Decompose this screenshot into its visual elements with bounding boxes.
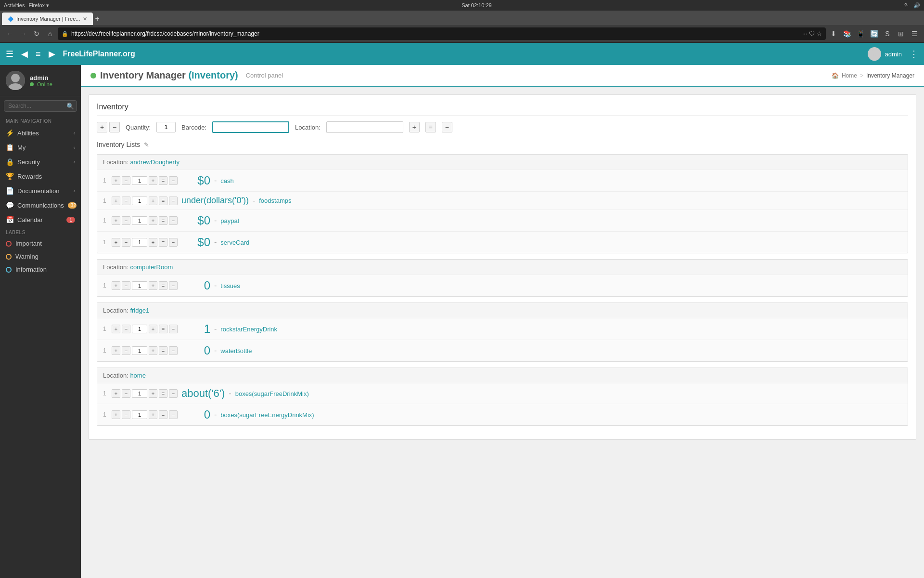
hamburger-menu-button[interactable]: ☰: [6, 49, 13, 59]
address-bar[interactable]: 🔒 ··· 🛡 ☆: [58, 27, 826, 40]
sync-icon[interactable]: 🔄: [868, 28, 880, 39]
row-minus2-button[interactable]: −: [169, 325, 178, 333]
row-item-name[interactable]: waterBottle: [220, 347, 252, 355]
row-minus-button[interactable]: −: [122, 389, 130, 398]
sidebar-item-documentation[interactable]: 📄 Documentation ‹: [0, 184, 81, 198]
row-item-name[interactable]: rockstarEnergyDrink: [220, 326, 277, 333]
home-nav-button[interactable]: ⌂: [44, 28, 56, 39]
row-minus-button[interactable]: −: [122, 281, 130, 290]
activities-label[interactable]: Activities: [4, 2, 25, 8]
row-qty-input[interactable]: [132, 197, 147, 205]
location-input[interactable]: [326, 121, 403, 133]
bookmark-icon[interactable]: ☆: [817, 30, 822, 37]
sidebar-item-calendar[interactable]: 📅 Calendar 1: [0, 212, 81, 227]
row-qty-input[interactable]: [132, 281, 147, 290]
row-equals-button[interactable]: =: [159, 389, 167, 398]
row-minus2-button[interactable]: −: [169, 197, 178, 205]
list-nav-button[interactable]: ≡: [36, 49, 41, 59]
row-minus2-button[interactable]: −: [169, 389, 178, 398]
location-minus-button[interactable]: −: [442, 122, 452, 132]
row-qty-input[interactable]: [132, 346, 147, 355]
row-qty-input[interactable]: [132, 325, 147, 333]
back-button[interactable]: ←: [4, 28, 15, 39]
row-minus-button[interactable]: −: [122, 176, 130, 185]
row-item-name[interactable]: foodstamps: [259, 197, 291, 204]
row-plus2-button[interactable]: +: [149, 325, 157, 333]
firefox-menu[interactable]: Firefox ▾: [28, 2, 49, 9]
row-qty-input[interactable]: [132, 176, 147, 185]
row-item-name[interactable]: boxes(sugarFreeEnergyDrinkMix): [220, 411, 314, 419]
downloads-icon[interactable]: ⬇: [828, 28, 839, 39]
barcode-input[interactable]: [212, 121, 289, 133]
sidebar-item-abilities[interactable]: ⚡ Abilities ‹: [0, 126, 81, 140]
label-important[interactable]: Important: [0, 237, 81, 250]
row-minus-button[interactable]: −: [122, 216, 130, 225]
row-plus-button[interactable]: +: [112, 238, 120, 247]
row-plus-button[interactable]: +: [112, 197, 120, 205]
row-item-name[interactable]: serveCard: [220, 239, 249, 246]
more-options-icon[interactable]: ···: [802, 30, 807, 37]
row-minus2-button[interactable]: −: [169, 346, 178, 355]
row-plus-button[interactable]: +: [112, 216, 120, 225]
row-plus-button[interactable]: +: [112, 346, 120, 355]
row-plus2-button[interactable]: +: [149, 216, 157, 225]
new-tab-button[interactable]: +: [95, 14, 99, 23]
library-icon[interactable]: 📚: [841, 28, 853, 39]
sidebar-item-communications[interactable]: 💬 Communications 32: [0, 198, 81, 212]
row-plus-button[interactable]: +: [112, 389, 120, 398]
pocket-icon[interactable]: S: [882, 28, 893, 39]
location-link[interactable]: home: [130, 372, 146, 379]
search-icon[interactable]: 🔍: [66, 103, 74, 110]
row-minus-button[interactable]: −: [122, 197, 130, 205]
row-equals-button[interactable]: =: [159, 346, 167, 355]
row-item-name[interactable]: tissues: [220, 282, 240, 289]
share-button[interactable]: ⋮: [910, 49, 918, 59]
location-link[interactable]: andrewDougherty: [130, 158, 180, 166]
url-input[interactable]: [71, 30, 799, 37]
sidebar-item-my[interactable]: 📋 My ‹: [0, 140, 81, 155]
row-qty-input[interactable]: [132, 389, 147, 398]
browser-tab-active[interactable]: 🔷 Inventory Manager | Free... ✕: [2, 13, 93, 25]
row-minus-button[interactable]: −: [122, 238, 130, 247]
quantity-input[interactable]: [156, 122, 176, 132]
row-minus-button[interactable]: −: [122, 325, 130, 333]
row-item-name[interactable]: cash: [220, 177, 233, 184]
row-qty-input[interactable]: [132, 410, 147, 419]
row-minus2-button[interactable]: −: [169, 238, 178, 247]
location-plus-button[interactable]: +: [409, 122, 420, 132]
row-plus2-button[interactable]: +: [149, 389, 157, 398]
row-plus2-button[interactable]: +: [149, 281, 157, 290]
row-plus2-button[interactable]: +: [149, 197, 157, 205]
row-plus2-button[interactable]: +: [149, 176, 157, 185]
row-minus-button[interactable]: −: [122, 410, 130, 419]
row-plus-button[interactable]: +: [112, 325, 120, 333]
row-plus-button[interactable]: +: [112, 281, 120, 290]
row-minus2-button[interactable]: −: [169, 216, 178, 225]
forward-nav-button[interactable]: ▶: [49, 49, 55, 59]
row-minus2-button[interactable]: −: [169, 410, 178, 419]
sidebar-item-rewards[interactable]: 🏆 Rewards: [0, 169, 81, 184]
tab-close-button[interactable]: ✕: [83, 16, 87, 22]
breadcrumb-home[interactable]: Home: [842, 72, 857, 79]
row-item-name[interactable]: paypal: [220, 217, 239, 224]
row-equals-button[interactable]: =: [159, 176, 167, 185]
row-minus-button[interactable]: −: [122, 346, 130, 355]
row-plus2-button[interactable]: +: [149, 238, 157, 247]
location-link[interactable]: computerRoom: [130, 263, 173, 271]
row-minus2-button[interactable]: −: [169, 281, 178, 290]
row-minus2-button[interactable]: −: [169, 176, 178, 185]
responsive-icon[interactable]: 📱: [855, 28, 866, 39]
row-equals-button[interactable]: =: [159, 325, 167, 333]
row-equals-button[interactable]: =: [159, 410, 167, 419]
row-item-name[interactable]: boxes(sugarFreeDrinkMix): [235, 390, 309, 397]
sidebar-item-security[interactable]: 🔒 Security ‹: [0, 155, 81, 169]
label-warning[interactable]: Warning: [0, 250, 81, 263]
menu-button[interactable]: ☰: [909, 28, 920, 39]
row-qty-input[interactable]: [132, 216, 147, 225]
row-equals-button[interactable]: =: [159, 281, 167, 290]
extensions-icon[interactable]: ⊞: [895, 28, 907, 39]
edit-lists-icon[interactable]: ✎: [144, 141, 149, 148]
row-plus-button[interactable]: +: [112, 176, 120, 185]
row-qty-input[interactable]: [132, 238, 147, 247]
row-equals-button[interactable]: =: [159, 238, 167, 247]
